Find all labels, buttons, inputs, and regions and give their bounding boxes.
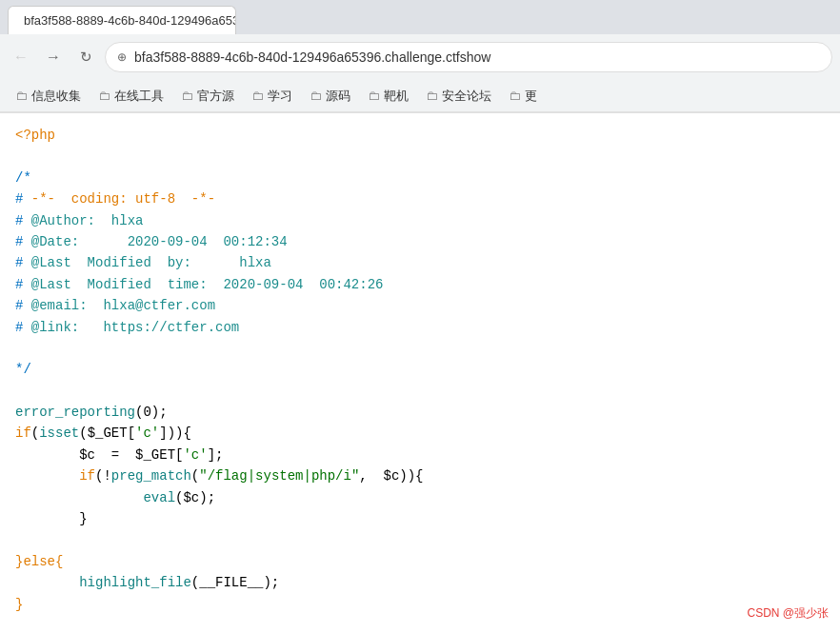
- folder-icon-5: 🗀: [368, 89, 380, 103]
- code-line-7: # @Last Modified time: 2020-09-04 00:42:…: [15, 274, 825, 295]
- folder-icon-2: 🗀: [181, 89, 193, 103]
- bookmark-在线工具[interactable]: 🗀 在线工具: [90, 84, 171, 109]
- code-line-2: /*: [15, 168, 825, 188]
- folder-icon-6: 🗀: [426, 89, 438, 103]
- forward-icon: →: [46, 49, 61, 66]
- code-line-13: if(isset($_GET['c'])){: [15, 423, 825, 444]
- code-line-15: if(!preg_match("/flag|system|php/i", $c)…: [15, 465, 825, 486]
- url-text: bfa3f588-8889-4c6b-840d-129496a65396.cha…: [134, 49, 820, 65]
- bookmark-label-5: 靶机: [384, 88, 409, 105]
- tab-bar: bfa3f588-8889-4c6b-840d-129496a65396.cha…: [0, 0, 840, 34]
- bookmark-源码[interactable]: 🗀 源码: [302, 84, 358, 109]
- code-line-5: # @Date: 2020-09-04 00:12:34: [15, 231, 825, 252]
- folder-icon-7: 🗀: [509, 89, 521, 103]
- code-line-20: }: [15, 594, 825, 615]
- back-button[interactable]: ←: [8, 44, 34, 70]
- code-line-17: }: [15, 508, 825, 529]
- code-line-blank-2: [15, 381, 825, 402]
- folder-icon-3: 🗀: [251, 89, 264, 103]
- bookmark-label-0: 信息收集: [31, 88, 81, 105]
- bookmark-label-4: 源码: [326, 88, 350, 105]
- code-line-3: # -*- coding: utf-8 -*-: [15, 188, 825, 209]
- code-line-12: error_reporting(0);: [15, 402, 825, 423]
- active-tab[interactable]: bfa3f588-8889-4c6b-840d-129496a65396.cha…: [8, 6, 236, 34]
- code-line-19: highlight_file(__FILE__);: [15, 572, 825, 593]
- code-line-blank-1: [15, 146, 825, 167]
- folder-icon-1: 🗀: [98, 89, 110, 103]
- watermark: CSDN @强少张: [747, 605, 829, 622]
- code-line-6: # @Last Modified by: hlxa: [15, 252, 825, 273]
- bookmark-学习[interactable]: 🗀 学习: [244, 84, 300, 109]
- folder-icon-0: 🗀: [15, 89, 28, 103]
- code-line-11: */: [15, 359, 825, 380]
- reload-button[interactable]: ↻: [72, 44, 99, 70]
- folder-icon-4: 🗀: [310, 89, 322, 103]
- code-line-9: # @link: https://ctfer.com: [15, 317, 825, 338]
- code-line-14: $c = $_GET['c'];: [15, 445, 825, 465]
- security-icon: ⊕: [117, 50, 127, 64]
- bookmark-信息收集[interactable]: 🗀 信息收集: [8, 84, 89, 109]
- tab-title: bfa3f588-8889-4c6b-840d-129496a65396.cha…: [24, 13, 236, 28]
- bookmark-官方源[interactable]: 🗀 官方源: [173, 84, 242, 109]
- code-line-8: # @email: hlxa@ctfer.com: [15, 295, 825, 316]
- bookmark-more[interactable]: 🗀 更: [501, 84, 545, 109]
- code-line-16: eval($c);: [15, 487, 825, 508]
- forward-button[interactable]: →: [40, 44, 67, 70]
- code-line-10: [15, 338, 825, 359]
- bookmark-靶机[interactable]: 🗀 靶机: [360, 84, 416, 109]
- address-bar-row: ← → ↻ ⊕ bfa3f588-8889-4c6b-840d-129496a6…: [0, 34, 840, 80]
- bookmark-label-2: 官方源: [197, 88, 234, 105]
- page-content: <?php /* # -*- coding: utf-8 -*- # @Auth…: [0, 113, 840, 626]
- address-bar[interactable]: ⊕ bfa3f588-8889-4c6b-840d-129496a65396.c…: [105, 42, 832, 72]
- bookmark-label-1: 在线工具: [114, 88, 164, 105]
- code-line-4: # @Author: hlxa: [15, 210, 825, 231]
- bookmarks-bar: 🗀 信息收集 🗀 在线工具 🗀 官方源 🗀 学习 🗀 源码 🗀 靶机 🗀 安全论…: [0, 80, 840, 112]
- back-icon: ←: [13, 49, 29, 66]
- browser-chrome: bfa3f588-8889-4c6b-840d-129496a65396.cha…: [0, 0, 840, 113]
- code-line-18: }else{: [15, 551, 825, 572]
- reload-icon: ↻: [80, 49, 92, 66]
- code-line-blank-3: [15, 529, 825, 550]
- bookmark-label-3: 学习: [268, 88, 292, 105]
- code-line-1: <?php: [15, 125, 825, 146]
- bookmark-安全论坛[interactable]: 🗀 安全论坛: [418, 84, 499, 109]
- bookmark-label-6: 安全论坛: [442, 88, 491, 105]
- bookmark-label-7: 更: [525, 88, 537, 105]
